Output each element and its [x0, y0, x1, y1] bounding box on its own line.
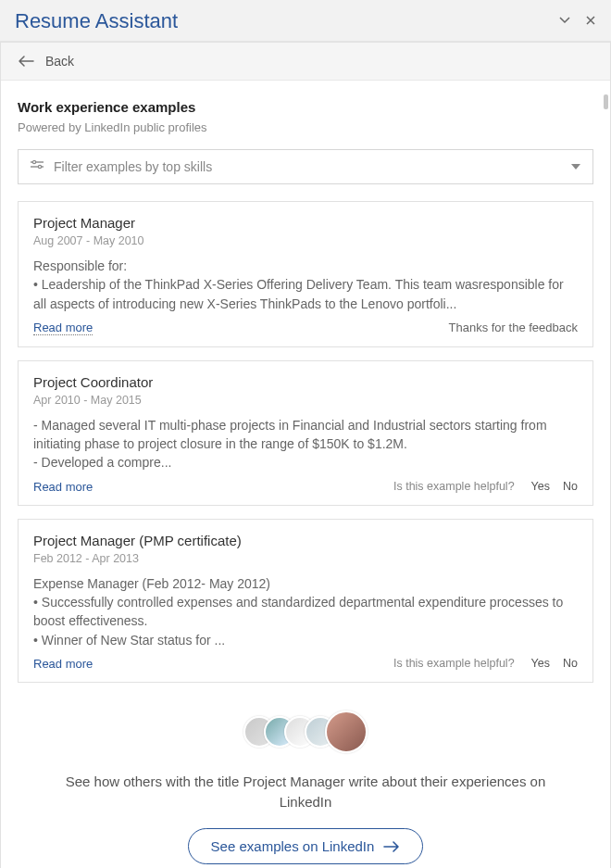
- feedback-prompt: Is this example helpful? Yes No: [393, 657, 578, 670]
- feedback-yes-button[interactable]: Yes: [531, 657, 550, 670]
- read-more-link[interactable]: Read more: [33, 657, 93, 671]
- feedback-no-button[interactable]: No: [563, 657, 578, 670]
- filter-icon: [30, 159, 44, 174]
- feedback-prompt: Is this example helpful? Yes No: [393, 480, 578, 493]
- example-dates: Aug 2007 - May 2010: [33, 234, 578, 247]
- example-card: Project Manager (PMP certificate) Feb 20…: [18, 519, 593, 683]
- dropdown-icon[interactable]: [559, 14, 570, 29]
- back-button[interactable]: Back: [1, 43, 610, 81]
- example-body: - Managed several IT multi-phase project…: [33, 416, 578, 472]
- read-more-link[interactable]: Read more: [33, 321, 93, 335]
- read-more-link[interactable]: Read more: [33, 480, 93, 494]
- example-title: Project Coordinator: [33, 374, 578, 390]
- cta-label: See examples on LinkedIn: [211, 838, 375, 854]
- titlebar: Resume Assistant: [0, 0, 611, 42]
- titlebar-actions: [559, 14, 596, 29]
- close-icon[interactable]: [585, 14, 596, 29]
- svg-point-1: [32, 160, 35, 163]
- arrow-right-icon: [383, 841, 400, 852]
- promo-section: See how others with the title Project Ma…: [18, 696, 593, 868]
- avatar-stack: [45, 711, 566, 753]
- chevron-down-icon: [570, 159, 581, 174]
- back-arrow-icon: [18, 55, 34, 68]
- section-title: Work experience examples: [18, 99, 593, 115]
- example-card: Project Coordinator Apr 2010 - May 2015 …: [18, 360, 593, 506]
- example-dates: Feb 2012 - Apr 2013: [33, 552, 578, 565]
- back-label: Back: [45, 54, 74, 69]
- promo-text: See how others with the title Project Ma…: [45, 772, 566, 812]
- example-body: Responsible for: • Leadership of the Thi…: [33, 257, 578, 313]
- example-card: Project Manager Aug 2007 - May 2010 Resp…: [18, 201, 593, 347]
- scrollbar[interactable]: [604, 94, 608, 109]
- feedback-question: Is this example helpful?: [393, 480, 515, 493]
- feedback-no-button[interactable]: No: [563, 480, 578, 493]
- see-examples-button[interactable]: See examples on LinkedIn: [188, 828, 424, 864]
- filter-dropdown[interactable]: Filter examples by top skills: [18, 149, 593, 184]
- pane-title: Resume Assistant: [15, 9, 178, 33]
- feedback-thanks: Thanks for the feedback: [449, 321, 578, 334]
- panel: Back Work experience examples Powered by…: [0, 42, 611, 868]
- filter-placeholder: Filter examples by top skills: [54, 159, 570, 174]
- example-dates: Apr 2010 - May 2015: [33, 394, 578, 407]
- example-title: Project Manager (PMP certificate): [33, 533, 578, 548]
- example-body: Expense Manager (Feb 2012- May 2012) • S…: [33, 574, 578, 649]
- svg-point-3: [38, 165, 41, 168]
- example-title: Project Manager: [33, 215, 578, 231]
- avatar: [325, 711, 368, 753]
- feedback-yes-button[interactable]: Yes: [531, 480, 550, 493]
- main-content: Work experience examples Powered by Link…: [1, 81, 610, 868]
- feedback-question: Is this example helpful?: [393, 657, 515, 670]
- section-subtitle: Powered by LinkedIn public profiles: [18, 120, 593, 134]
